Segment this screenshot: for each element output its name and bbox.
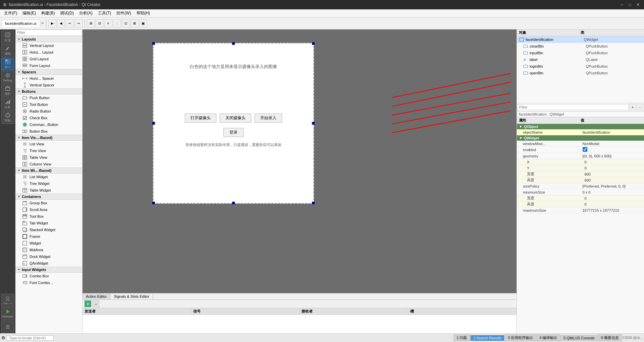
toolbar-btn-9[interactable]: ⊡ [122,19,130,27]
mode-extra[interactable] [1,321,14,333]
tab-app-output[interactable]: 3 应用程序输出 [505,334,536,341]
mode-face[interactable]: Fac...n [1,294,14,306]
toolbar-btn-3[interactable]: ↩ [66,19,74,27]
sidebar-item-group-box[interactable]: GB Group Box [15,200,82,206]
obj-row-closebtn[interactable]: closeBtn QPushButton [517,43,644,50]
minimize-button[interactable]: ─ [619,1,625,8]
mode-edit[interactable]: 编辑 [1,44,14,57]
menu-item-d[interactable]: 调试(D) [57,10,76,17]
prop-section-qobject[interactable]: ▼ QObject [517,124,644,129]
prop-filter-input[interactable] [518,104,629,110]
prop-add-btn[interactable]: + [629,104,636,111]
sidebar-item-push-button[interactable]: Push Button [15,94,82,101]
tab-compile-output[interactable]: 4 编译输出 [536,334,560,341]
toolbar-btn-4[interactable]: ↪ [74,19,83,27]
status-search-input[interactable] [7,335,54,341]
sidebar-item-table-view[interactable]: Table View [15,154,82,161]
sidebar-item-tree-widget[interactable]: Tree Widget [15,180,82,187]
file-tab[interactable]: faceidentification.ui [1,20,40,27]
start-record-btn[interactable]: 开始录入 [255,114,282,123]
prop-row-enabled[interactable]: enabled [517,147,644,153]
mode-welcome[interactable]: 欢迎 [1,31,14,44]
menu-item-w[interactable]: 控件(W) [114,10,133,17]
menu-item-e[interactable]: 编辑(E) [20,10,39,17]
prop-row-objectname[interactable]: objectName faceIdentification [517,129,644,135]
section-item-views[interactable]: ▼ Item Vie...-Based) [15,135,82,141]
sidebar-item-horiz-spacer[interactable]: Horiz... Spacer [15,75,82,82]
sidebar-item-widget[interactable]: Widget [15,240,82,247]
sidebar-item-font-combo[interactable]: F Font Combo... [15,279,82,286]
mode-project[interactable]: 项目 [1,84,14,97]
sidebar-item-horiz-layout[interactable]: Horiz... Layout [15,49,82,56]
sidebar-item-frame[interactable]: Frame [15,233,82,240]
sidebar-item-dock-widget[interactable]: Dock Widget [15,253,82,260]
prop-section-qwidget[interactable]: ▼ QWidget [517,135,644,141]
prop-remove-btn[interactable]: - [637,104,643,111]
prop-row-maximumsize[interactable]: maximumSize 16777215 x 16777215 [517,207,644,213]
section-containers[interactable]: ▼ Containers [15,194,82,200]
toolbar-btn-8[interactable]: ⋮ [113,19,121,27]
open-camera-btn[interactable]: 打开摄像头 [185,114,216,123]
mode-design[interactable]: 设计 [1,58,14,70]
sidebar-item-table-widget[interactable]: Table Widget [15,187,82,194]
prop-row-windowmodal[interactable]: windowMod... NonModal [517,141,644,147]
sidebar-item-radio-button[interactable]: Radio Button [15,108,82,115]
menu-item-f[interactable]: 文件(F) [1,10,20,17]
toolbar-btn-5[interactable]: ⊞ [87,19,95,27]
obj-row-faceidentification[interactable]: faceIdentification QWidget [517,36,644,43]
login-btn[interactable]: 登录 [223,128,244,137]
close-tab-btn[interactable]: ✕ [41,21,44,25]
toolbar-btn-2[interactable]: ◀ [57,19,65,27]
sidebar-item-command-button[interactable]: Comman...Button [15,121,82,128]
tab-general-info[interactable]: 6 概要信息 [598,334,622,341]
mode-analyze[interactable]: 分析 [1,98,14,111]
mode-release[interactable]: Release [1,307,14,320]
enabled-checkbox[interactable] [583,147,587,152]
sidebar-item-scroll-area[interactable]: Scroll Area [15,206,82,213]
tab-qml-console[interactable]: 5 QML/JS Console [560,335,597,341]
mode-debug[interactable]: Debug [1,71,14,84]
section-item-widgets[interactable]: ▼ Item Wi...-Based) [15,167,82,174]
obj-row-loginbtn[interactable]: loginBtn QPushButton [517,63,644,70]
canvas-inner[interactable]: 白色的这个地方是用来显示摄像头录入的图像 打开摄像头 关闭摄像头 开始录入 登录… [83,29,517,293]
sidebar-item-tab-widget[interactable]: Tab Widget [15,220,82,226]
remove-signal-btn[interactable]: - [93,300,99,307]
close-camera-btn[interactable]: 关闭摄像头 [220,114,251,123]
obj-row-openbtn[interactable]: openBtn QPushButton [517,70,644,76]
menu-item-t[interactable]: 工具(T) [95,10,114,17]
section-layouts[interactable]: ▼ Layouts [15,36,82,42]
obj-row-inputbtn[interactable]: inputBtn QPushButton [517,50,644,56]
sidebar-filter-input[interactable] [15,29,82,36]
add-signal-btn[interactable]: + [85,300,91,307]
sidebar-item-form-layout[interactable]: Form Layout [15,62,82,69]
toolbar-btn-11[interactable]: ▣ [139,19,147,27]
tab-search-results[interactable]: 2 Search Results [470,335,504,341]
section-spacers[interactable]: ▼ Spacers [15,69,82,75]
sidebar-item-tool-button[interactable]: Tool Button [15,101,82,108]
sidebar-item-tree-view[interactable]: Tree View [15,147,82,154]
prop-row-geometry[interactable]: geometry [(0, 0), 600 x 600] [517,153,644,159]
mode-help[interactable]: ? 帮助 [1,111,14,124]
tab-issues[interactable]: 1 问题 [453,334,470,341]
prop-row-minimumsize[interactable]: minimumSize 0 x 0 [517,189,644,195]
section-buttons[interactable]: ▼ Buttons [15,88,82,94]
sidebar-item-tool-box[interactable]: Tool Box [15,213,82,220]
sidebar-item-vert-spacer[interactable]: Vertical Spacer [15,82,82,88]
sidebar-item-vertical-layout[interactable]: Vertical Layout [15,42,82,49]
sidebar-item-button-box[interactable]: Button Box [15,128,82,135]
menu-item-b[interactable]: 构建(B) [39,10,57,17]
maximize-button[interactable]: □ [627,1,633,8]
action-editor-tab[interactable]: Action Editor [83,293,110,299]
prop-row-sizepolicy[interactable]: sizePolicy [Preferred, Preferred, 0, 0] [517,183,644,189]
menu-item-h[interactable]: 帮助(H) [134,10,153,17]
menu-item-a[interactable]: 分析(A) [76,10,95,17]
sidebar-item-qax-widget[interactable]: X QAxWidget [15,260,82,267]
toolbar-btn-6[interactable]: ⊟ [96,19,104,27]
sidebar-item-check-box[interactable]: Check Box [15,115,82,121]
sidebar-item-grid-layout[interactable]: Grid Layout [15,56,82,62]
sidebar-item-list-widget[interactable]: List Widget [15,174,82,180]
toolbar-btn-7[interactable]: ≡ [104,19,112,27]
close-button[interactable]: ✕ [635,1,641,8]
sidebar-item-mdi-area[interactable]: MdiArea [15,247,82,253]
obj-row-label[interactable]: A label QLabel [517,56,644,63]
